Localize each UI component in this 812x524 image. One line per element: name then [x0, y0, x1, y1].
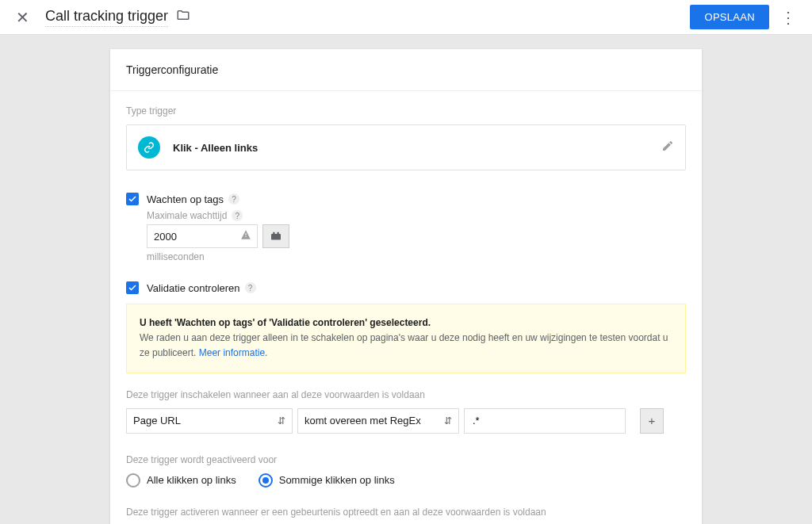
svg-rect-2: [278, 232, 279, 234]
close-icon[interactable]: ✕: [10, 2, 36, 33]
canvas: Triggerconfiguratie Type trigger Klik - …: [0, 35, 812, 524]
folder-icon[interactable]: [176, 8, 190, 26]
trigger-type-name: Klik - Alleen links: [173, 142, 258, 154]
caret-icon: ⇵: [278, 415, 285, 426]
fires-on-label: Deze trigger wordt geactiveerd voor: [126, 454, 686, 465]
svg-rect-0: [271, 234, 281, 240]
fire-condition-label: Deze trigger activeren wanneer er een ge…: [126, 507, 686, 518]
warning-heading: U heeft 'Wachten op tags' of 'Validatie …: [140, 317, 431, 328]
enable-condition-row: Page URL⇵ komt overeen met RegEx⇵ +: [126, 408, 686, 434]
enable-condition-add-button[interactable]: +: [640, 408, 664, 434]
type-trigger-label: Type trigger: [126, 105, 686, 117]
top-bar: ✕ Call tracking trigger OPSLAAN ⋮: [0, 0, 812, 35]
check-validation-checkbox[interactable]: [126, 281, 139, 294]
radio-all-link-clicks[interactable]: Alle klikken op links: [126, 473, 236, 488]
check-validation-help-icon[interactable]: ?: [245, 282, 256, 293]
trigger-config-panel: Triggerconfiguratie Type trigger Klik - …: [110, 49, 702, 524]
link-click-icon: [138, 136, 160, 159]
validation-warning: U heeft 'Wachten op tags' of 'Validatie …: [126, 304, 686, 373]
check-validation-row: Validatie controleren ?: [126, 281, 686, 294]
input-warning-icon: [240, 229, 251, 243]
page-title[interactable]: Call tracking trigger: [45, 8, 168, 27]
edit-trigger-icon[interactable]: [661, 140, 674, 155]
enable-condition-label: Deze trigger inschakelen wanneer aan al …: [126, 389, 686, 400]
fires-on-radio-group: Alle klikken op links Sommige klikken op…: [126, 473, 686, 488]
check-validation-label: Validatie controleren: [147, 282, 240, 294]
radio-some-link-clicks[interactable]: Sommige klikken op links: [259, 473, 395, 488]
wait-for-tags-checkbox[interactable]: [126, 193, 139, 205]
max-wait-time-unit: milliseconden: [147, 251, 686, 262]
enable-value-input[interactable]: [464, 408, 626, 434]
trigger-type-row[interactable]: Klik - Alleen links: [126, 124, 686, 170]
wait-for-tags-label: Wachten op tags: [147, 193, 224, 205]
enable-variable-select[interactable]: Page URL⇵: [126, 408, 293, 434]
save-button[interactable]: OPSLAAN: [690, 5, 769, 29]
wait-for-tags-row: Wachten op tags ?: [126, 193, 686, 205]
enable-operator-select[interactable]: komt overeen met RegEx⇵: [297, 408, 459, 434]
wait-for-tags-help-icon[interactable]: ?: [228, 193, 239, 205]
svg-rect-1: [273, 232, 274, 234]
variable-picker-button[interactable]: [262, 224, 289, 248]
panel-title: Triggerconfiguratie: [110, 49, 702, 91]
more-menu-icon[interactable]: ⋮: [774, 2, 802, 33]
max-wait-time-label: Maximale wachttijd: [147, 210, 227, 221]
max-wait-time-help-icon[interactable]: ?: [232, 210, 243, 221]
warning-more-info-link[interactable]: Meer informatie: [199, 347, 265, 358]
caret-icon: ⇵: [444, 415, 452, 426]
